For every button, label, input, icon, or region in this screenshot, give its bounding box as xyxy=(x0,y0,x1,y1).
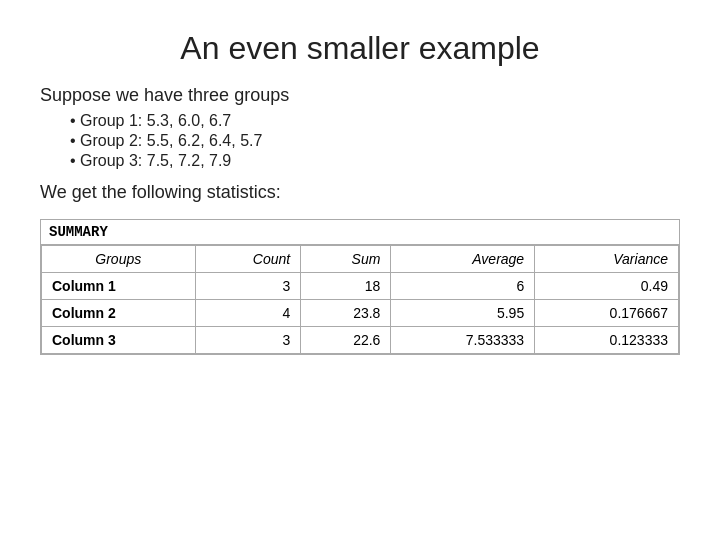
row3-count: 3 xyxy=(195,327,301,354)
row1-average: 6 xyxy=(391,273,535,300)
row2-variance: 0.176667 xyxy=(535,300,679,327)
summary-label: SUMMARY xyxy=(41,220,679,245)
row1-count: 3 xyxy=(195,273,301,300)
table-row: Column 1 3 18 6 0.49 xyxy=(42,273,679,300)
bullet-item-2: Group 2: 5.5, 6.2, 6.4, 5.7 xyxy=(70,132,680,150)
row2-label: Column 2 xyxy=(42,300,196,327)
row3-label: Column 3 xyxy=(42,327,196,354)
intro-text: Suppose we have three groups xyxy=(40,85,680,106)
row2-average: 5.95 xyxy=(391,300,535,327)
bullet-item-1: Group 1: 5.3, 6.0, 6.7 xyxy=(70,112,680,130)
col-header-groups: Groups xyxy=(42,246,196,273)
row2-count: 4 xyxy=(195,300,301,327)
bullet-item-3: Group 3: 7.5, 7.2, 7.9 xyxy=(70,152,680,170)
following-text: We get the following statistics: xyxy=(40,182,680,203)
row1-variance: 0.49 xyxy=(535,273,679,300)
row1-label: Column 1 xyxy=(42,273,196,300)
statistics-table: Groups Count Sum Average Variance Column… xyxy=(41,245,679,354)
summary-table-wrapper: SUMMARY Groups Count Sum Average Varianc… xyxy=(40,219,680,355)
table-row: Column 2 4 23.8 5.95 0.176667 xyxy=(42,300,679,327)
slide-title: An even smaller example xyxy=(40,30,680,67)
col-header-average: Average xyxy=(391,246,535,273)
col-header-variance: Variance xyxy=(535,246,679,273)
table-header-row: Groups Count Sum Average Variance xyxy=(42,246,679,273)
row3-average: 7.533333 xyxy=(391,327,535,354)
row1-sum: 18 xyxy=(301,273,391,300)
col-header-sum: Sum xyxy=(301,246,391,273)
bullet-list: Group 1: 5.3, 6.0, 6.7 Group 2: 5.5, 6.2… xyxy=(70,112,680,170)
row3-variance: 0.123333 xyxy=(535,327,679,354)
table-row: Column 3 3 22.6 7.533333 0.123333 xyxy=(42,327,679,354)
col-header-count: Count xyxy=(195,246,301,273)
row2-sum: 23.8 xyxy=(301,300,391,327)
slide: An even smaller example Suppose we have … xyxy=(40,30,680,355)
row3-sum: 22.6 xyxy=(301,327,391,354)
